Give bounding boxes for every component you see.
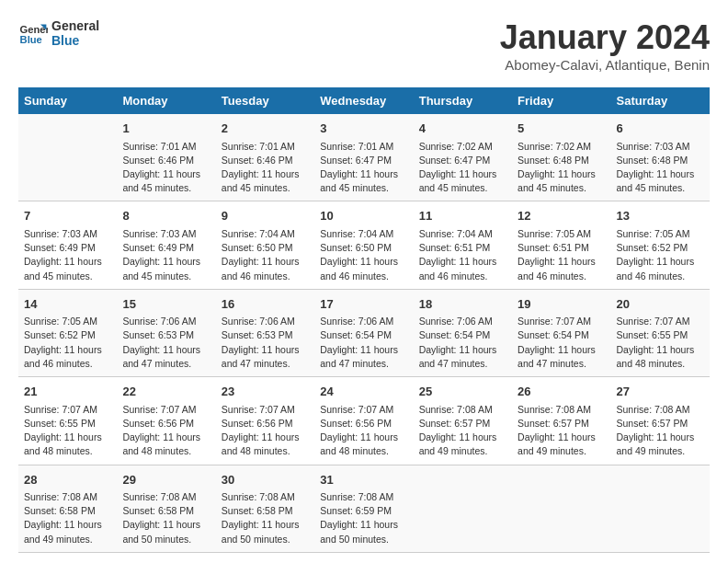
calendar-cell: 26Sunrise: 7:08 AM Sunset: 6:57 PM Dayli… <box>512 377 610 465</box>
svg-text:Blue: Blue <box>20 34 42 45</box>
calendar-cell: 6Sunrise: 7:03 AM Sunset: 6:48 PM Daylig… <box>611 114 710 201</box>
day-number: 22 <box>122 383 210 401</box>
calendar-cell: 22Sunrise: 7:07 AM Sunset: 6:56 PM Dayli… <box>117 377 215 465</box>
day-number: 17 <box>320 295 407 314</box>
day-content: Sunrise: 7:08 AM Sunset: 6:58 PM Dayligh… <box>222 490 309 546</box>
day-content: Sunrise: 7:02 AM Sunset: 6:48 PM Dayligh… <box>518 140 605 196</box>
calendar-cell: 18Sunrise: 7:06 AM Sunset: 6:54 PM Dayli… <box>414 289 512 376</box>
day-number: 12 <box>518 207 605 225</box>
day-number: 1 <box>122 120 210 138</box>
day-content: Sunrise: 7:06 AM Sunset: 6:53 PM Dayligh… <box>122 315 210 371</box>
calendar-cell: 10Sunrise: 7:04 AM Sunset: 6:50 PM Dayli… <box>314 201 413 289</box>
day-number: 25 <box>419 383 506 401</box>
day-content: Sunrise: 7:06 AM Sunset: 6:54 PM Dayligh… <box>419 315 506 371</box>
day-content: Sunrise: 7:07 AM Sunset: 6:56 PM Dayligh… <box>222 403 309 459</box>
calendar-cell: 12Sunrise: 7:05 AM Sunset: 6:51 PM Dayli… <box>512 201 610 289</box>
calendar-cell: 20Sunrise: 7:07 AM Sunset: 6:55 PM Dayli… <box>611 289 710 376</box>
day-number: 14 <box>24 295 111 314</box>
day-content: Sunrise: 7:05 AM Sunset: 6:51 PM Dayligh… <box>518 227 605 283</box>
day-content: Sunrise: 7:01 AM Sunset: 6:46 PM Dayligh… <box>122 140 210 196</box>
calendar-week-row: 7Sunrise: 7:03 AM Sunset: 6:49 PM Daylig… <box>18 201 710 289</box>
day-content: Sunrise: 7:04 AM Sunset: 6:51 PM Dayligh… <box>419 227 506 283</box>
logo-icon: General Blue <box>18 18 48 48</box>
calendar-cell: 3Sunrise: 7:01 AM Sunset: 6:47 PM Daylig… <box>314 114 413 201</box>
calendar-cell: 25Sunrise: 7:08 AM Sunset: 6:57 PM Dayli… <box>414 377 512 465</box>
day-number: 7 <box>24 207 111 225</box>
header-wednesday: Wednesday <box>314 87 413 114</box>
calendar-week-row: 14Sunrise: 7:05 AM Sunset: 6:52 PM Dayli… <box>18 289 710 376</box>
calendar-cell: 31Sunrise: 7:08 AM Sunset: 6:59 PM Dayli… <box>314 465 413 552</box>
calendar-cell <box>611 465 710 552</box>
calendar-cell: 28Sunrise: 7:08 AM Sunset: 6:58 PM Dayli… <box>18 465 117 552</box>
day-number: 2 <box>222 120 309 138</box>
calendar-cell: 23Sunrise: 7:07 AM Sunset: 6:56 PM Dayli… <box>216 377 314 465</box>
day-content: Sunrise: 7:07 AM Sunset: 6:55 PM Dayligh… <box>617 315 704 371</box>
header-saturday: Saturday <box>611 87 710 114</box>
day-content: Sunrise: 7:08 AM Sunset: 6:57 PM Dayligh… <box>617 403 704 459</box>
calendar-cell <box>512 465 610 552</box>
logo: General Blue General Blue <box>18 18 99 48</box>
calendar-cell: 24Sunrise: 7:07 AM Sunset: 6:56 PM Dayli… <box>314 377 413 465</box>
calendar-cell: 19Sunrise: 7:07 AM Sunset: 6:54 PM Dayli… <box>512 289 610 376</box>
day-number: 31 <box>320 471 407 489</box>
calendar-cell: 29Sunrise: 7:08 AM Sunset: 6:58 PM Dayli… <box>117 465 215 552</box>
day-number: 5 <box>518 120 605 138</box>
calendar-header-row: SundayMondayTuesdayWednesdayThursdayFrid… <box>18 87 710 114</box>
day-number: 6 <box>617 120 704 138</box>
day-content: Sunrise: 7:08 AM Sunset: 6:57 PM Dayligh… <box>518 403 605 459</box>
day-content: Sunrise: 7:01 AM Sunset: 6:47 PM Dayligh… <box>320 140 407 196</box>
day-content: Sunrise: 7:03 AM Sunset: 6:49 PM Dayligh… <box>122 227 210 283</box>
calendar-cell: 1Sunrise: 7:01 AM Sunset: 6:46 PM Daylig… <box>117 114 215 201</box>
logo-blue: Blue <box>51 33 99 48</box>
day-content: Sunrise: 7:07 AM Sunset: 6:56 PM Dayligh… <box>320 403 407 459</box>
calendar-cell: 7Sunrise: 7:03 AM Sunset: 6:49 PM Daylig… <box>18 201 117 289</box>
day-content: Sunrise: 7:07 AM Sunset: 6:55 PM Dayligh… <box>24 403 111 459</box>
day-number: 30 <box>222 471 309 489</box>
day-content: Sunrise: 7:05 AM Sunset: 6:52 PM Dayligh… <box>617 227 704 283</box>
title-section: January 2024 Abomey-Calavi, Atlantique, … <box>500 18 710 73</box>
day-number: 4 <box>419 120 506 138</box>
day-number: 28 <box>24 471 111 489</box>
day-content: Sunrise: 7:05 AM Sunset: 6:52 PM Dayligh… <box>24 315 111 371</box>
day-content: Sunrise: 7:07 AM Sunset: 6:56 PM Dayligh… <box>122 403 210 459</box>
day-content: Sunrise: 7:04 AM Sunset: 6:50 PM Dayligh… <box>222 227 309 283</box>
calendar-cell: 16Sunrise: 7:06 AM Sunset: 6:53 PM Dayli… <box>216 289 314 376</box>
calendar-cell: 9Sunrise: 7:04 AM Sunset: 6:50 PM Daylig… <box>216 201 314 289</box>
calendar-cell: 11Sunrise: 7:04 AM Sunset: 6:51 PM Dayli… <box>414 201 512 289</box>
calendar-cell: 30Sunrise: 7:08 AM Sunset: 6:58 PM Dayli… <box>216 465 314 552</box>
calendar-cell: 13Sunrise: 7:05 AM Sunset: 6:52 PM Dayli… <box>611 201 710 289</box>
header-monday: Monday <box>117 87 215 114</box>
day-number: 29 <box>122 471 210 489</box>
day-content: Sunrise: 7:02 AM Sunset: 6:47 PM Dayligh… <box>419 140 506 196</box>
header-tuesday: Tuesday <box>216 87 314 114</box>
month-title: January 2024 <box>500 18 710 57</box>
calendar-week-row: 21Sunrise: 7:07 AM Sunset: 6:55 PM Dayli… <box>18 377 710 465</box>
day-content: Sunrise: 7:07 AM Sunset: 6:54 PM Dayligh… <box>518 315 605 371</box>
day-number: 8 <box>122 207 210 225</box>
day-number: 23 <box>222 383 309 401</box>
day-number: 24 <box>320 383 407 401</box>
calendar-cell: 15Sunrise: 7:06 AM Sunset: 6:53 PM Dayli… <box>117 289 215 376</box>
calendar-cell: 21Sunrise: 7:07 AM Sunset: 6:55 PM Dayli… <box>18 377 117 465</box>
day-content: Sunrise: 7:01 AM Sunset: 6:46 PM Dayligh… <box>222 140 309 196</box>
day-number: 13 <box>617 207 704 225</box>
calendar-cell: 4Sunrise: 7:02 AM Sunset: 6:47 PM Daylig… <box>414 114 512 201</box>
calendar-cell <box>18 114 117 201</box>
day-content: Sunrise: 7:08 AM Sunset: 6:58 PM Dayligh… <box>24 490 111 546</box>
calendar-week-row: 1Sunrise: 7:01 AM Sunset: 6:46 PM Daylig… <box>18 114 710 201</box>
day-number: 20 <box>617 295 704 314</box>
header-thursday: Thursday <box>414 87 512 114</box>
day-number: 21 <box>24 383 111 401</box>
day-content: Sunrise: 7:06 AM Sunset: 6:54 PM Dayligh… <box>320 315 407 371</box>
header-friday: Friday <box>512 87 610 114</box>
calendar-week-row: 28Sunrise: 7:08 AM Sunset: 6:58 PM Dayli… <box>18 465 710 552</box>
calendar-cell: 2Sunrise: 7:01 AM Sunset: 6:46 PM Daylig… <box>216 114 314 201</box>
day-number: 15 <box>122 295 210 314</box>
day-number: 27 <box>617 383 704 401</box>
day-content: Sunrise: 7:08 AM Sunset: 6:57 PM Dayligh… <box>419 403 506 459</box>
calendar-table: SundayMondayTuesdayWednesdayThursdayFrid… <box>18 87 710 553</box>
day-content: Sunrise: 7:03 AM Sunset: 6:48 PM Dayligh… <box>617 140 704 196</box>
day-number: 11 <box>419 207 506 225</box>
day-content: Sunrise: 7:03 AM Sunset: 6:49 PM Dayligh… <box>24 227 111 283</box>
day-content: Sunrise: 7:06 AM Sunset: 6:53 PM Dayligh… <box>222 315 309 371</box>
